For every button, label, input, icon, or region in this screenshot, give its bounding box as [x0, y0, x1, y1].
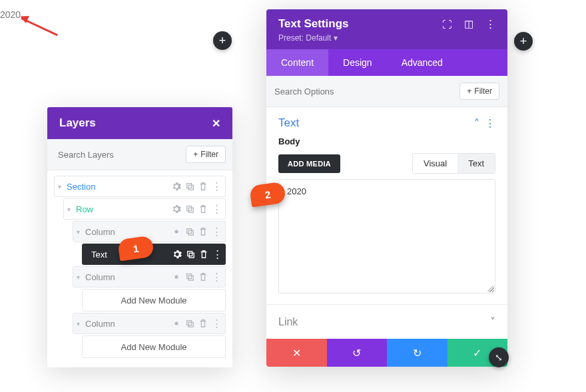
gear-icon[interactable]: [172, 182, 181, 191]
svg-rect-1: [188, 185, 193, 190]
undo-button[interactable]: ↺: [327, 339, 388, 367]
caret-down-icon[interactable]: ▾: [55, 183, 64, 190]
add-section-button[interactable]: +: [213, 31, 232, 50]
caret-down-icon[interactable]: ▾: [73, 320, 83, 327]
tree-row-column[interactable]: ▾ Column: [73, 266, 226, 288]
tab-content[interactable]: Content: [266, 49, 328, 76]
duplicate-icon[interactable]: [185, 272, 194, 282]
tree-row-text-module[interactable]: Text: [82, 244, 226, 265]
gear-icon[interactable]: [172, 319, 181, 328]
trash-icon[interactable]: [198, 272, 208, 282]
discard-button[interactable]: ✕: [266, 339, 327, 367]
filter-label: Filter: [474, 87, 492, 96]
body-label: Body: [266, 136, 507, 146]
filter-label: Filter: [200, 150, 218, 159]
editor-toolbar: ADD MEDIA Visual Text: [266, 146, 507, 174]
more-icon[interactable]: [212, 227, 221, 236]
svg-rect-7: [189, 253, 194, 258]
svg-rect-5: [188, 230, 193, 235]
link-section-title: Link: [278, 316, 298, 328]
tree-label[interactable]: Column: [83, 227, 172, 237]
annotation-step-2: 2: [250, 184, 285, 205]
tree-row-column[interactable]: ▾ Column: [73, 313, 226, 334]
text-section-header[interactable]: Text ˄ ⋮: [266, 107, 507, 136]
trash-icon[interactable]: [198, 319, 208, 328]
settings-header: Text Settings ⛶ ◫ ⋮ Preset: Default ▾: [266, 9, 507, 49]
gear-icon[interactable]: [172, 250, 182, 259]
duplicate-icon[interactable]: [185, 227, 194, 236]
expand-icon[interactable]: ⛶: [442, 19, 452, 30]
annotation-arrow-1: [21, 17, 61, 19]
layers-search-input[interactable]: [54, 147, 180, 162]
duplicate-icon[interactable]: [185, 204, 194, 214]
tree-label[interactable]: Section: [64, 182, 172, 192]
duplicate-icon[interactable]: [186, 250, 195, 259]
layers-search-row: + Filter: [47, 139, 232, 170]
more-icon[interactable]: [212, 272, 221, 282]
settings-search-row: + Filter: [266, 76, 507, 107]
editor-tab-text[interactable]: Text: [457, 154, 495, 173]
tab-design[interactable]: Design: [328, 49, 387, 76]
duplicate-icon[interactable]: [185, 319, 194, 328]
chevron-up-icon[interactable]: ˄: [474, 117, 479, 130]
gear-icon[interactable]: [172, 272, 181, 282]
link-section-header[interactable]: Link ˅: [266, 304, 507, 339]
tree-row-row[interactable]: ▾ Row: [63, 198, 226, 220]
svg-rect-0: [187, 184, 192, 188]
tab-advanced[interactable]: Advanced: [387, 49, 457, 76]
settings-title: Text Settings: [278, 17, 348, 31]
trash-icon[interactable]: [198, 182, 208, 191]
svg-rect-2: [187, 206, 192, 211]
more-icon[interactable]: [212, 250, 222, 259]
gear-icon[interactable]: [172, 204, 181, 214]
tree-label[interactable]: Column: [83, 272, 172, 282]
gear-icon[interactable]: [172, 227, 181, 236]
add-media-button[interactable]: ADD MEDIA: [278, 154, 340, 173]
settings-tabs: Content Design Advanced: [266, 49, 507, 76]
annotation-step-1: 1: [119, 238, 153, 259]
layers-filter-button[interactable]: + Filter: [186, 146, 226, 163]
chevron-down-icon: ˅: [490, 315, 495, 328]
caret-down-icon[interactable]: ▾: [64, 206, 73, 213]
layers-header: Layers ✕: [47, 107, 232, 139]
caret-down-icon[interactable]: ▾: [73, 274, 83, 281]
settings-filter-button[interactable]: + Filter: [459, 83, 499, 100]
more-icon[interactable]: [212, 319, 221, 328]
layers-tree: ▾ Section ▾ Row ▾ Column: [47, 170, 232, 367]
text-section-title: Text: [278, 116, 299, 130]
add-section-button[interactable]: +: [514, 32, 533, 51]
svg-rect-3: [188, 208, 193, 212]
tree-label[interactable]: Column: [83, 319, 172, 329]
editor-tab-visual[interactable]: Visual: [413, 154, 457, 173]
svg-rect-6: [188, 252, 192, 256]
svg-rect-4: [187, 229, 192, 234]
tree-label[interactable]: Row: [73, 204, 172, 214]
redo-button[interactable]: ↻: [387, 339, 447, 367]
text-settings-panel: Text Settings ⛶ ◫ ⋮ Preset: Default ▾ Co…: [266, 9, 507, 367]
columns-icon[interactable]: ◫: [464, 18, 473, 30]
body-editor-textarea[interactable]: 2020: [278, 179, 495, 294]
settings-search-input[interactable]: [274, 87, 454, 97]
canvas-text-module[interactable]: 2020: [0, 9, 21, 20]
more-icon[interactable]: ⋮: [485, 117, 495, 130]
trash-icon[interactable]: [199, 250, 208, 259]
more-icon[interactable]: [212, 204, 221, 214]
svg-rect-8: [187, 274, 192, 279]
add-module-button[interactable]: Add New Module: [82, 335, 226, 358]
svg-rect-9: [188, 276, 193, 280]
duplicate-icon[interactable]: [185, 182, 194, 191]
layers-title: Layers: [59, 116, 96, 130]
caret-down-icon: ▾: [334, 33, 338, 43]
svg-rect-10: [187, 321, 192, 325]
plus-icon: +: [467, 87, 471, 96]
more-icon[interactable]: [212, 182, 221, 191]
caret-down-icon[interactable]: ▾: [73, 228, 83, 236]
add-module-button[interactable]: Add New Module: [82, 289, 226, 311]
resize-handle[interactable]: ⤡: [489, 347, 509, 367]
close-icon[interactable]: ✕: [212, 117, 220, 130]
preset-selector[interactable]: Preset: Default ▾: [278, 33, 495, 43]
tree-row-section[interactable]: ▾ Section: [54, 176, 226, 197]
trash-icon[interactable]: [198, 204, 208, 214]
trash-icon[interactable]: [198, 227, 208, 236]
more-icon[interactable]: ⋮: [485, 18, 495, 30]
